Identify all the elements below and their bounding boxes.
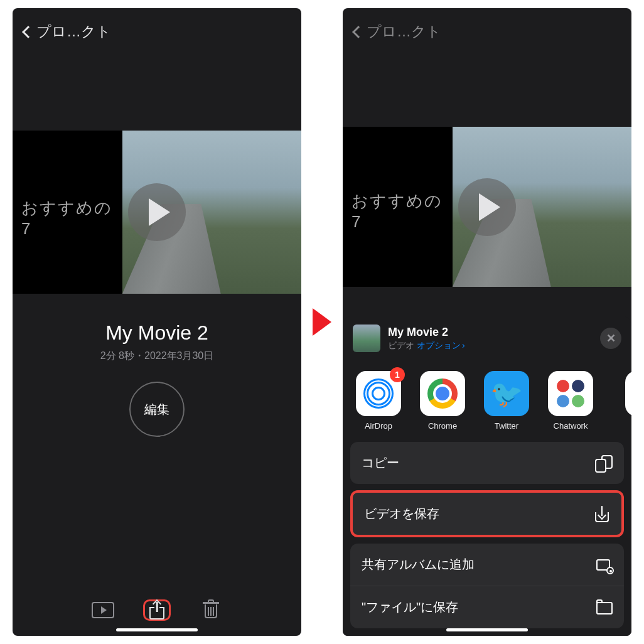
edit-button[interactable]: 編集 <box>129 382 185 437</box>
app-icon <box>625 371 631 416</box>
action-save-files[interactable]: "ファイル"に保存 <box>350 586 624 628</box>
action-copy[interactable]: コピー <box>350 442 624 484</box>
trash-icon <box>203 601 219 620</box>
download-icon <box>594 506 610 522</box>
share-icon <box>149 601 164 620</box>
share-title: My Movie 2 <box>388 326 593 339</box>
back-chevron-icon[interactable] <box>352 26 365 38</box>
play-preview-button[interactable] <box>89 599 117 621</box>
play-icon[interactable] <box>128 183 186 241</box>
share-button[interactable] <box>143 599 171 621</box>
twitter-icon: 🐦 <box>484 371 529 416</box>
project-subtitle: 2分 8秒・2022年3月30日 <box>13 350 301 363</box>
album-icon <box>596 557 613 573</box>
bottom-toolbar <box>13 599 301 621</box>
home-indicator[interactable] <box>116 628 198 631</box>
chrome-icon <box>420 371 465 416</box>
nav-header: プロ…クト <box>13 8 301 49</box>
app-airdrop[interactable]: 1 AirDrop <box>353 371 404 431</box>
chatwork-icon <box>548 371 593 416</box>
video-preview[interactable]: おすすめの7 <box>13 131 301 294</box>
folder-icon <box>596 599 613 616</box>
share-sheet: My Movie 2 ビデオ オプション› ✕ 1 <box>343 316 631 636</box>
phone-right: プロ…クト おすすめの7 My Movie 2 ビデオ オプション› <box>343 8 631 636</box>
overlay-text: おすすめの7 <box>21 197 122 239</box>
transition-arrow-icon <box>313 308 331 336</box>
play-icon <box>458 178 516 236</box>
app-twitter[interactable]: 🐦 Twitter <box>481 371 532 431</box>
project-title: My Movie 2 <box>13 321 301 345</box>
overlay-text: おすすめの7 <box>352 190 453 232</box>
back-label[interactable]: プロ…クト <box>36 22 111 41</box>
back-chevron-icon[interactable] <box>22 26 35 38</box>
close-icon: ✕ <box>606 331 616 345</box>
options-link[interactable]: オプション› <box>417 340 465 350</box>
share-apps-row[interactable]: 1 AirDrop Chrome 🐦 Twitter Chatwork <box>343 363 631 436</box>
video-preview: おすすめの7 <box>343 127 631 287</box>
share-thumbnail <box>353 325 380 352</box>
close-button[interactable]: ✕ <box>600 328 621 349</box>
notification-badge: 1 <box>390 367 405 382</box>
back-label[interactable]: プロ…クト <box>367 22 441 41</box>
copy-icon <box>596 455 613 471</box>
share-subtitle: ビデオ オプション› <box>388 340 593 352</box>
home-indicator[interactable] <box>446 628 528 631</box>
nav-header: プロ…クト <box>343 8 631 49</box>
action-add-album[interactable]: 共有アルバムに追加 <box>350 544 624 586</box>
app-chatwork[interactable]: Chatwork <box>545 371 596 431</box>
app-more[interactable] <box>609 371 631 431</box>
app-chrome[interactable]: Chrome <box>417 371 468 431</box>
delete-button[interactable] <box>197 599 225 621</box>
airdrop-icon: 1 <box>356 371 401 416</box>
action-save-video[interactable]: ビデオを保存 <box>350 490 624 537</box>
phone-left: プロ…クト おすすめの7 My Movie 2 2分 8秒・2022年3月30日… <box>13 8 301 636</box>
